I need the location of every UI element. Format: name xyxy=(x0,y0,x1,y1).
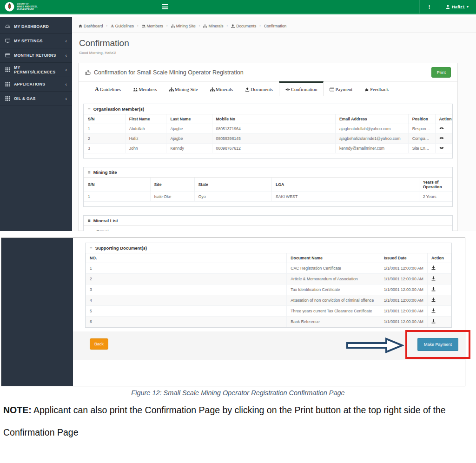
navbar-right: ! Hafiz1 ▾ xyxy=(419,0,476,13)
eye-icon xyxy=(439,126,444,130)
tab-feedback[interactable]: Feedback xyxy=(358,83,395,96)
sidebar-item-monthly-returns[interactable]: MONTHLY RETURNS ‹ xyxy=(0,48,72,63)
make-payment-button[interactable]: Make Payment xyxy=(417,338,458,351)
tab-guidelines[interactable]: A Guidelines xyxy=(89,83,127,96)
brand-text: MINISTRY OF MINES AND STEEL DEVELOPMENT xyxy=(17,3,38,11)
eye-icon xyxy=(285,87,290,92)
box-header: ≡ Mining Site xyxy=(84,167,452,178)
page-heading: Confirmation Good Morning, Hafiz1! xyxy=(72,33,476,63)
column-header: S/N xyxy=(84,114,126,124)
table-row: 1 Abdullah Ajagbe 08051371964 ajagbeabdu… xyxy=(84,124,452,134)
annotation-arrow xyxy=(346,337,404,353)
sidebar-item-my-dashboard[interactable]: MY DASHBOARD xyxy=(0,20,72,34)
breadcrumb-minerals[interactable]: Minerals xyxy=(203,24,223,28)
breadcrumb-separator: › xyxy=(259,24,261,28)
caret-down-icon: ▾ xyxy=(467,5,469,9)
download-document-action[interactable] xyxy=(427,284,451,295)
download-document-action[interactable] xyxy=(427,306,451,317)
screenshot-top: MINISTRY OF MINES AND STEEL DEVELOPMENT … xyxy=(0,0,476,231)
tab-payment[interactable]: Payment xyxy=(324,83,358,96)
breadcrumb-documents[interactable]: Documents xyxy=(231,24,256,28)
box-header: ≡ Supporting Document(s) xyxy=(86,243,451,253)
column-header: State xyxy=(194,178,271,192)
column-header: NO. xyxy=(86,253,287,263)
screenshot-bottom: ≡ Supporting Document(s) NO.Document Nam… xyxy=(1,238,465,386)
view-member-action[interactable] xyxy=(435,144,452,153)
sidebar-toggle-hamburger-icon[interactable] xyxy=(162,4,169,10)
breadcrumb-dashboard[interactable]: Dashboard xyxy=(79,24,103,28)
download-document-action[interactable] xyxy=(427,274,451,284)
column-header: Email Address xyxy=(335,114,408,124)
breadcrumb-mining-site[interactable]: Mining Site xyxy=(171,24,196,28)
breadcrumb-separator: › xyxy=(106,24,108,28)
download-document-action[interactable] xyxy=(427,295,451,306)
table-row: 6 Bank Reference 1/1/0001 12:00:00 AM xyxy=(86,317,451,327)
organisation-members-table: S/NFirst NameLast NameMobile NoEmail Add… xyxy=(84,114,452,153)
chevron-left-icon: ‹ xyxy=(65,96,67,101)
top-navbar: MINISTRY OF MINES AND STEEL DEVELOPMENT … xyxy=(0,0,476,14)
eye-icon xyxy=(439,136,444,140)
download-icon xyxy=(431,276,436,281)
notification-icon[interactable]: ! xyxy=(419,0,439,13)
chevron-left-icon: ‹ xyxy=(65,82,67,87)
box-header: ≡ Organisation Member(s) xyxy=(84,104,452,114)
download-icon xyxy=(431,308,436,313)
view-member-action[interactable] xyxy=(435,124,452,134)
panel-body: ≡ Organisation Member(s) S/NFirst NameLa… xyxy=(79,96,457,231)
column-header: Action xyxy=(435,114,452,124)
sitemap-icon xyxy=(203,24,207,28)
column-header: Years of Operation xyxy=(419,178,452,192)
mining-site-table: S/NSiteStateLGAYears of Operation 1 Isal… xyxy=(84,178,452,202)
manual-page: MINISTRY OF MINES AND STEEL DEVELOPMENT … xyxy=(0,0,476,463)
page-title: Confirmation xyxy=(79,38,469,48)
home-icon xyxy=(79,24,82,28)
download-icon xyxy=(431,265,436,270)
breadcrumb: Dashboard › A Guidelines › Members › xyxy=(72,20,476,33)
download-document-action[interactable] xyxy=(427,263,451,274)
monitor-icon xyxy=(5,39,10,43)
grid-icon xyxy=(5,82,10,86)
tab-minerals[interactable]: Minerals xyxy=(204,83,239,96)
column-header: Action xyxy=(427,253,451,263)
print-button[interactable]: Print xyxy=(431,67,451,78)
thumbs-up-icon xyxy=(85,69,91,75)
tab-mining-site[interactable]: Mining Site xyxy=(163,83,204,96)
column-header: Last Name xyxy=(166,114,212,124)
figure-caption: Figure 12: Small Scale Mining Operator R… xyxy=(0,389,476,397)
confirmation-panel: Confirmation for Small Scale Mining Oper… xyxy=(78,63,458,231)
breadcrumb-members[interactable]: Members xyxy=(142,24,163,28)
download-icon xyxy=(431,298,436,302)
view-member-action[interactable] xyxy=(435,134,452,144)
greeting-text: Good Morning, Hafiz1! xyxy=(79,51,469,55)
sidebar-item-applications[interactable]: APPLICATIONS ‹ xyxy=(0,77,72,92)
download-document-action[interactable] xyxy=(427,317,451,327)
sidebar xyxy=(1,238,73,386)
column-header: Mobile No xyxy=(212,114,335,124)
brand-logo[interactable]: MINISTRY OF MINES AND STEEL DEVELOPMENT xyxy=(0,2,74,12)
grid-icon xyxy=(5,67,10,72)
back-button[interactable]: Back xyxy=(90,338,108,350)
table-row: 5 Three years current Tax Clearance Cert… xyxy=(86,306,451,317)
user-menu[interactable]: Hafiz1 ▾ xyxy=(439,0,476,13)
thumbs-up-icon xyxy=(364,87,369,92)
breadcrumb-separator: › xyxy=(166,24,168,28)
tab-members[interactable]: Members xyxy=(127,83,163,96)
table-row: 2 Article & Memorandum of Association 1/… xyxy=(86,274,451,284)
chevron-left-icon: ‹ xyxy=(65,39,67,44)
column-header: LGA xyxy=(271,178,419,192)
tab-documents[interactable]: Documents xyxy=(239,83,279,96)
sidebar-item-my-permits-licences[interactable]: MY PERMITS/LICENCES ‹ xyxy=(0,63,72,77)
user-name: Hafiz1 xyxy=(452,4,465,9)
breadcrumb-guidelines[interactable]: A Guidelines xyxy=(111,24,134,28)
note-text: NOTE: Applicant can also print the Confi… xyxy=(3,399,474,443)
table-row: 2 Hafiz Ajagbe 08059398145 ajagbehafizol… xyxy=(84,134,452,144)
table-row: 1 Isale Oke Oyo SAKI WEST 2 Years xyxy=(84,192,452,202)
sitemap-icon xyxy=(169,87,174,92)
sidebar-item-oil-gas[interactable]: OIL & GAS ‹ xyxy=(0,92,72,106)
upload-icon xyxy=(231,24,235,28)
column-header: First Name xyxy=(125,114,166,124)
main-content: Dashboard › A Guidelines › Members › xyxy=(72,17,476,231)
sidebar-item-my-settings[interactable]: MY SETTINGS ‹ xyxy=(0,34,72,48)
person-icon xyxy=(446,5,450,9)
tab-confirmation[interactable]: Confirmation xyxy=(279,81,324,96)
